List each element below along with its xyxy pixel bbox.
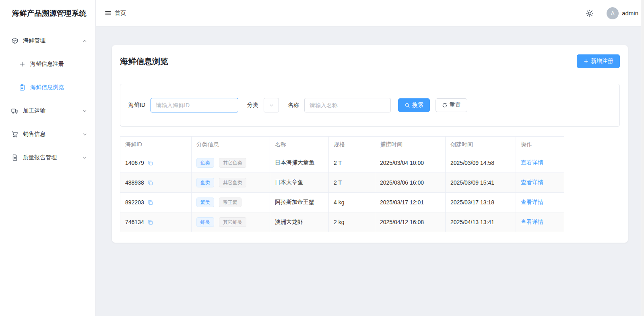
sidebar-item-label: 海鲜信息浏览 [30, 84, 87, 91]
name-label: 名称 [288, 102, 299, 109]
view-details-link[interactable]: 查看详情 [521, 159, 543, 166]
cell-create-time: 2025/03/09 14:58 [446, 153, 516, 173]
view-details-link[interactable]: 查看详情 [521, 199, 543, 205]
username: admin [622, 10, 638, 17]
avatar[interactable]: A [607, 7, 619, 19]
seafood-id-value: 746134 [125, 219, 144, 225]
seafood-browse-card: 海鲜信息浏览 新增注册 海鲜ID 分类 [112, 45, 628, 243]
sidebar-item-label: 销售信息 [23, 131, 82, 138]
seafood-id-label: 海鲜ID [128, 102, 145, 109]
sidebar-item-quality-report[interactable]: 质量报告管理 [0, 146, 95, 169]
cell-spec: 2 kg [329, 212, 375, 232]
cell-actions: 查看详情 [516, 193, 564, 212]
reset-button[interactable]: 重置 [436, 98, 467, 112]
table-row: 892203 蟹类 帝王蟹 阿拉斯加帝王蟹 [120, 193, 564, 212]
page-scrollbar[interactable] [641, 0, 644, 316]
cell-create-time: 2025/03/09 15:41 [446, 173, 516, 193]
seafood-id-value: 140679 [125, 160, 144, 166]
search-button[interactable]: 搜索 [398, 98, 430, 112]
cell-actions: 查看详情 [516, 212, 564, 232]
cell-seafood-id: 140679 [120, 153, 192, 173]
topbar-right: A admin [586, 7, 638, 19]
cell-catch-time: 2025/04/12 16:08 [375, 212, 446, 232]
category-tag: 鱼类 [196, 178, 214, 187]
cell-name: 日本海捕大章鱼 [270, 153, 329, 173]
chevron-down-icon [82, 108, 87, 114]
category-tag: 蟹类 [196, 198, 214, 207]
sidebar-item-sales-info[interactable]: 销售信息 [0, 123, 95, 146]
sidebar-item-seafood-management[interactable]: 海鲜管理 [0, 29, 95, 52]
sidebar-item-label: 海鲜管理 [23, 37, 82, 44]
column-header: 操作 [516, 137, 564, 153]
breadcrumb[interactable]: 首页 [115, 10, 126, 17]
category-tag: 虾类 [196, 217, 214, 227]
cell-seafood-id: 488938 [120, 173, 192, 193]
add-register-button[interactable]: 新增注册 [577, 54, 620, 68]
cell-catch-time: 2025/03/06 16:00 [375, 173, 446, 193]
theme-sun-icon[interactable] [586, 9, 594, 17]
cell-create-time: 2025/03/17 13:18 [446, 193, 516, 212]
sidebar-item-label: 加工运输 [23, 107, 82, 114]
add-register-label: 新增注册 [591, 58, 613, 65]
content-area: 海鲜信息浏览 新增注册 海鲜ID 分类 [96, 27, 644, 316]
seafood-table: 海鲜ID 分类信息 名称 规格 捕捞时间 创建时间 操作 [120, 136, 564, 232]
reset-button-label: 重置 [450, 102, 461, 109]
cell-actions: 查看详情 [516, 153, 564, 173]
app-title: 海鲜产品溯源管理系统 [0, 0, 95, 27]
name-input[interactable] [304, 98, 391, 112]
cell-category: 鱼类 其它鱼类 [192, 173, 270, 193]
sidebar: 海鲜产品溯源管理系统 海鲜管理 海鲜信息注册 [0, 0, 96, 316]
subcategory-tag: 其它虾类 [219, 217, 246, 227]
cell-category: 蟹类 帝王蟹 [192, 193, 270, 212]
copy-icon[interactable] [147, 160, 153, 166]
category-select[interactable] [264, 98, 279, 112]
column-header: 规格 [329, 137, 375, 153]
sidebar-menu: 海鲜管理 海鲜信息注册 海鲜信息浏览 [0, 27, 95, 169]
menu-toggle-icon[interactable] [105, 10, 111, 17]
cell-name: 澳洲大龙虾 [270, 212, 329, 232]
cell-category: 鱼类 其它鱼类 [192, 153, 270, 173]
subcategory-tag: 帝王蟹 [219, 198, 242, 207]
chevron-down-icon [82, 132, 87, 137]
clipboard-icon [19, 84, 26, 91]
sidebar-item-seafood-browse[interactable]: 海鲜信息浏览 [0, 76, 95, 99]
cell-seafood-id: 892203 [120, 193, 192, 212]
cell-create-time: 2025/04/13 13:41 [446, 212, 516, 232]
copy-icon[interactable] [147, 180, 153, 186]
table-row: 746134 虾类 其它虾类 澳洲大龙虾 [120, 212, 564, 232]
sidebar-item-seafood-register[interactable]: 海鲜信息注册 [0, 52, 95, 76]
search-button-label: 搜索 [412, 102, 423, 109]
view-details-link[interactable]: 查看详情 [521, 179, 543, 185]
seafood-id-value: 892203 [125, 199, 144, 206]
card-header: 海鲜信息浏览 新增注册 [120, 52, 620, 71]
chevron-up-icon [82, 38, 87, 44]
column-header: 捕捞时间 [375, 137, 446, 153]
cell-name: 日本大章鱼 [270, 173, 329, 193]
copy-icon[interactable] [147, 200, 153, 206]
seafood-id-input[interactable] [151, 98, 238, 112]
main-column: 首页 A admin 海鲜信息浏览 新增注册 [96, 0, 644, 316]
column-header: 名称 [270, 137, 329, 153]
table-row: 140679 鱼类 其它鱼类 日本海捕大章鱼 [120, 153, 564, 173]
topbar: 首页 A admin [96, 0, 644, 27]
cell-actions: 查看详情 [516, 173, 564, 193]
column-header: 海鲜ID [120, 137, 192, 153]
page-title: 海鲜信息浏览 [120, 56, 168, 67]
plus-icon [583, 58, 589, 64]
view-details-link[interactable]: 查看详情 [521, 218, 543, 225]
cell-spec: 2 T [329, 153, 375, 173]
refresh-icon [442, 102, 448, 108]
sidebar-item-label: 海鲜信息注册 [30, 60, 87, 68]
category-tag: 鱼类 [196, 158, 214, 168]
chevron-down-icon [269, 103, 274, 108]
cell-spec: 4 kg [329, 193, 375, 212]
search-panel: 海鲜ID 分类 名称 搜索 [120, 84, 620, 127]
copy-icon[interactable] [147, 219, 153, 225]
cell-catch-time: 2025/03/04 10:00 [375, 153, 446, 173]
cart-icon [11, 131, 19, 138]
seafood-id-value: 488938 [125, 179, 144, 186]
table-header-row: 海鲜ID 分类信息 名称 规格 捕捞时间 创建时间 操作 [120, 137, 564, 153]
sidebar-item-processing-transport[interactable]: 加工运输 [0, 99, 95, 123]
cell-name: 阿拉斯加帝王蟹 [270, 193, 329, 212]
box-icon [11, 37, 19, 44]
